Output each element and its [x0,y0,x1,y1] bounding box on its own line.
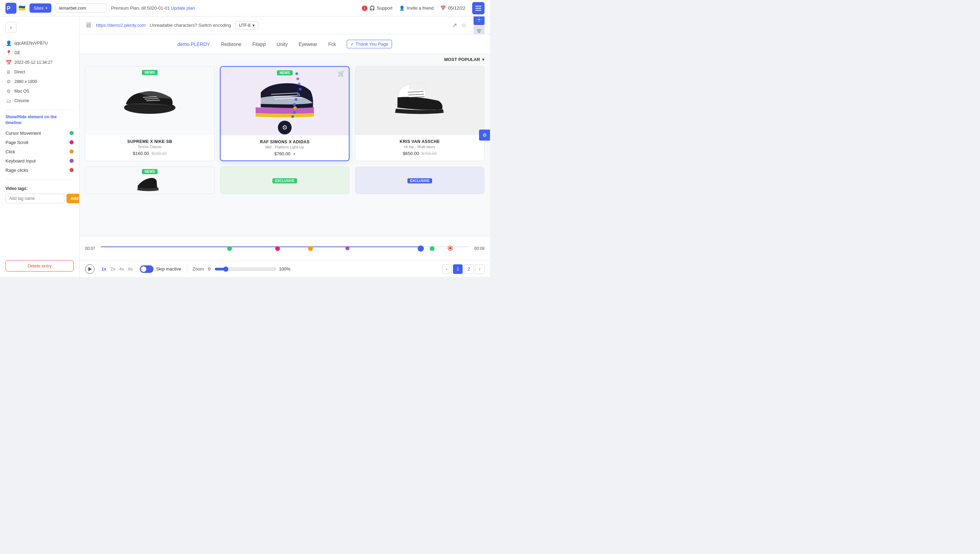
logo-icon: P [5,3,16,14]
zoom-slider[interactable] [215,266,276,272]
logo: P 🇺🇦 [5,3,25,14]
content-area: 🖥 https://demo2.plerdy.com Unreadable ch… [80,16,490,277]
page-2-button[interactable]: 2 [464,264,474,274]
settings-float-button[interactable]: ⚙ [479,130,490,140]
main-layout: ‹ 👤 qqcAKENvVPB7U 📍 GE 📅 2022-05-12 11:3… [0,16,490,277]
news-badge-4: NEWS [142,169,158,174]
product-shoe-1 [119,80,181,121]
svg-point-2 [478,19,480,20]
exclusive-badge-5: EXCLUSIVE [272,178,298,183]
product-card-3[interactable]: KRIS VAN ASSCHE Hi top - Multi laces $65… [355,66,485,161]
sites-button[interactable]: Sites ▾ [29,3,51,13]
chevron-down-icon: ▾ [46,6,47,10]
tag-input[interactable] [5,194,64,203]
nav-item-plerdy[interactable]: demo.PLERDY [178,41,210,47]
cursor-movement-toggle[interactable]: Cursor Movement [0,129,79,138]
product-card-1[interactable]: NEWS [85,66,215,161]
timeline-dot-pink[interactable] [275,246,280,251]
back-button[interactable]: ‹ [0,22,79,38]
resolution-icon: ⚙ [5,78,12,85]
domain-input[interactable] [56,3,107,13]
timeline-dot-green-2[interactable] [430,246,434,251]
timeline-dot-red[interactable] [448,246,452,250]
speed-1x[interactable]: 1x [100,266,108,272]
delete-entry-wrap: Delete entry [0,255,79,277]
popup-settings: ⚙ [278,121,291,134]
nav-item-eyewear[interactable]: Eyewear [299,41,317,47]
user-row: 👤 qqcAKENvVPB7U [5,38,74,48]
play-button[interactable] [85,264,95,274]
page-scroll-dot [70,140,74,144]
heart-icon-2[interactable]: ♡ [225,70,229,77]
next-page-button[interactable]: › [475,264,485,274]
price-current-3: $650.00 [403,151,419,156]
nav-item-fck[interactable]: Fck [328,41,336,47]
page-1-button[interactable]: 1 [453,264,463,274]
os-icon: ⚙ [5,88,12,94]
cursor-movement-dot [70,131,74,135]
product-info-1: SUPREME X NIKE SB Tennis Classic $160.00… [85,135,214,160]
monitor-icon: 🖥 [85,21,92,29]
popup-settings-button[interactable]: ⚙ [278,121,291,134]
update-plan-link[interactable]: Update plan [171,5,195,11]
invite-icon: 👤 [399,5,405,11]
tag-input-row: Add [5,194,74,203]
keyboard-input-toggle[interactable]: Keyboard Input [0,156,79,166]
product-card-4[interactable]: NEWS [85,167,215,194]
speed-4x[interactable]: 4x [118,266,126,272]
video-tags-title: Video tags: [5,186,74,191]
cart-icon-2[interactable]: 🛒 [338,70,345,77]
speed-2x[interactable]: 2x [109,266,116,272]
sidebar-info: 👤 qqcAKENvVPB7U 📍 GE 📅 2022-05-12 11:34:… [0,38,79,106]
settings-panel-button[interactable] [474,16,485,25]
nav-item-unity[interactable]: Unity [277,41,288,47]
plan-badge: Premium Plan, till 5020-01-01 Update pla… [111,5,195,11]
product-card-5[interactable]: EXCLUSIVE [220,167,350,194]
product-name-3: KRIS VAN ASSCHE [360,139,480,144]
zoom-label: Zoom [192,266,204,272]
invite-button[interactable]: 👤 Invite a friend [399,5,433,11]
product-info-3: KRIS VAN ASSCHE Hi top - Multi laces $65… [355,135,484,160]
divider-vertical [187,265,187,273]
speed-buttons: 1x 2x 4x 8x [100,266,134,272]
menu-button[interactable] [472,2,485,14]
zoom-row: Zoom 0 100% [192,266,291,272]
encoding-select[interactable]: UTF-8 ▾ [235,21,258,29]
star-button[interactable]: ☆ [461,22,467,29]
sort-chevron: ▾ [482,57,485,62]
timeline-dot-blue[interactable] [418,245,424,252]
nav-item-redstone[interactable]: Redstone [221,41,242,47]
support-button[interactable]: 1 🎧 Support [362,5,393,11]
rage-clicks-dot [70,168,74,172]
delete-entry-button[interactable]: Delete entry [5,260,74,272]
encoding-note: Unreadable characters? Switch encoding [150,22,231,28]
speed-8x[interactable]: 8x [127,266,134,272]
play-icon [88,267,92,271]
prev-page-button[interactable]: ‹ [442,264,452,274]
timeline-section-title: Show/Hide element on the timeline: [0,114,79,129]
svg-text:P: P [7,5,11,11]
nav-right: 1 🎧 Support 👤 Invite a friend 📅 05/12/22 [362,2,485,14]
thank-you-button[interactable]: ✓ Thank You Page [347,40,392,48]
share-button[interactable]: ↗ [452,22,457,29]
timeline-track[interactable] [101,244,469,253]
rage-clicks-toggle[interactable]: Rage clicks [0,166,79,175]
product-price-3: $650.00 $750.00 [360,151,480,156]
product-card-6[interactable]: EXCLUSIVE [355,167,485,194]
timeline-dot-orange[interactable] [308,246,313,251]
price-original-1: $160.00 [152,151,167,156]
source-row: 🖥 Direct [5,67,74,77]
add-tag-button[interactable]: Add [67,194,80,203]
page-scroll-toggle[interactable]: Page Scroll [0,138,79,147]
nav-item-fitapp[interactable]: Fitapp [253,41,266,47]
skip-inactive-toggle[interactable]: Skip inactive [140,265,181,273]
product-subtitle-1: Tennis Classic [89,145,210,149]
click-toggle[interactable]: Click [0,147,79,156]
url-link[interactable]: https://demo2.plerdy.com [96,22,146,28]
skip-inactive-switch[interactable] [140,265,154,273]
product-subtitle-3: Hi top - Multi laces [360,145,480,149]
timeline-dot-green-1[interactable] [227,246,232,251]
timeline-dot-purple[interactable] [345,246,350,250]
product-card-2[interactable]: ♡ 🛒 NEWS [220,66,350,161]
demo-nav: demo.PLERDY Redstone Fitapp Unity Eyewea… [80,34,490,54]
